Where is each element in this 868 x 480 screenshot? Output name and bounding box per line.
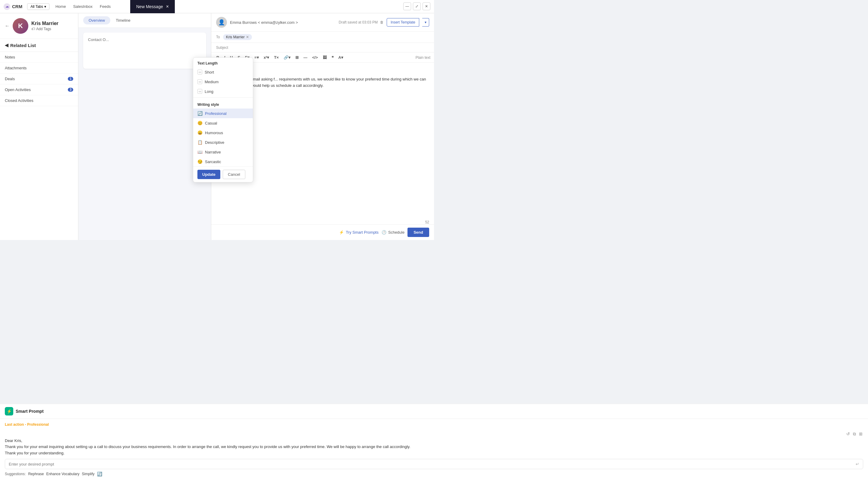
dropdown-item-medium[interactable]: ▭ Medium [193,77,253,87]
nav-home[interactable]: Home [54,4,67,9]
remove-recipient-icon[interactable]: ✕ [246,35,249,39]
clock-icon: 🕐 [381,230,386,235]
sidebar-item-closed-activities-label: Closed Activities [5,98,33,103]
sender-avatar: 👤 [216,17,227,28]
top-nav: ☁ CRM All Tabs ▾ Home SalesInbox Feeds N… [0,0,434,13]
schedule-button[interactable]: 🕐 Schedule [381,230,404,235]
minimize-button[interactable]: — [403,2,411,10]
tag-icon: 🏷 [31,27,35,31]
related-list-header: ◀ Related List [0,39,78,52]
all-tabs-button[interactable]: All Tabs ▾ [27,3,50,10]
dropdown-item-humorous[interactable]: 😄 Humorous [193,128,253,138]
plain-text-label: Plain text [415,56,430,60]
crm-logo: ☁ CRM [4,3,22,10]
list-button[interactable]: ≡▾ [253,54,260,61]
sidebar-item-closed-activities[interactable]: Closed Activities [0,95,78,106]
table-button[interactable]: ⊞ [294,54,300,61]
text-color-button[interactable]: A▾ [337,54,345,61]
back-button[interactable]: ← [5,23,10,29]
contact-info-text: Contact O... [88,37,109,42]
sidebar-item-attachments[interactable]: Attachments [0,63,78,73]
smart-prompts-icon: ⚡ [339,230,344,235]
center-content: Overview Timeline Contact O... [79,13,211,240]
update-button[interactable]: Update [197,170,220,179]
insert-template-button[interactable]: Insert Template [387,18,419,27]
long-label: Long [205,89,213,94]
maximize-button[interactable]: ⤢ [413,2,421,10]
contact-name: Kris Marrier [31,21,59,26]
writing-style-section-title: Writing style [193,99,253,109]
medium-icon: ▭ [197,79,202,84]
divider-button[interactable]: — [302,54,309,61]
try-smart-prompts-label: Try Smart Prompts [346,230,378,235]
sidebar-item-open-activities-label: Open Activities [5,87,31,92]
compose-header: 👤 Emma Burrows < emma@zylker.com > Draft… [211,13,434,32]
compose-subject: Subject [211,43,434,53]
chevron-down-icon: ▾ [44,4,46,9]
add-tags-label: Add Tags [36,27,51,31]
text-length-section-title: Text Length [193,58,253,67]
try-smart-prompts-button[interactable]: ⚡ Try Smart Prompts [339,230,378,235]
related-list-icon: ◀ [5,42,8,48]
nav-salesinbox[interactable]: SalesInbox [72,4,94,9]
contact-tabs: Overview Timeline [79,13,211,28]
delete-draft-icon[interactable]: 🗑 [380,20,384,24]
casual-icon: 😊 [197,121,203,125]
compose-to: To Kris Marrier ✕ [211,32,434,43]
sidebar-item-deals[interactable]: Deals 1 [0,73,78,84]
dropdown-item-narrative[interactable]: 📖 Narrative [193,147,253,157]
insert-template-dropdown-button[interactable]: ▾ [422,18,429,27]
dropdown-item-professional[interactable]: 🔄 Professional [193,109,253,118]
all-tabs-label: All Tabs [30,4,43,9]
sidebar-item-notes-label: Notes [5,55,15,59]
related-list-title: Related List [10,43,36,48]
compose-footer: ⚡ Try Smart Prompts 🕐 Schedule Send [211,224,434,240]
sender-avatar-placeholder: 👤 [218,19,225,26]
sender-info: Emma Burrows < emma@zylker.com > [230,20,336,25]
long-icon: ▭ [197,89,202,94]
tab-timeline[interactable]: Timeline [110,16,136,24]
link-button[interactable]: 🔗▾ [282,54,292,61]
subject-input[interactable] [230,45,429,50]
deals-badge: 1 [68,77,73,81]
close-window-button[interactable]: ✕ [423,2,430,10]
dropdown-item-sarcastic[interactable]: 😏 Sarcastic [193,157,253,167]
casual-label: Casual [205,121,217,125]
draft-status-text: Draft saved at 03:03 PM [339,20,378,24]
dropdown-item-short[interactable]: ▭ Short [193,67,253,77]
contact-info: Kris Marrier 🏷 Add Tags [31,21,59,31]
contact-header: ← K Kris Marrier 🏷 Add Tags [0,13,78,39]
nav-feeds[interactable]: Feeds [98,4,112,9]
char-count: 52 [211,220,434,224]
narrative-icon: 📖 [197,150,203,154]
code-button[interactable]: </> [311,54,319,61]
cancel-button[interactable]: Cancel [223,170,245,179]
dropdown-item-casual[interactable]: 😊 Casual [193,118,253,128]
humorous-icon: 😄 [197,130,203,135]
crm-logo-text: CRM [12,4,22,9]
narrative-label: Narrative [205,150,221,154]
close-tab-button[interactable]: × [166,4,169,9]
sidebar-item-deals-label: Deals [5,77,15,81]
short-label: Short [205,70,214,74]
dropdown-footer: Update Cancel [193,167,253,182]
sidebar-item-open-activities[interactable]: Open Activities 3 [0,84,78,95]
superscript-button[interactable]: x²▾ [262,54,271,61]
add-tags[interactable]: 🏷 Add Tags [31,27,59,31]
professional-label: Professional [205,111,227,116]
image-button[interactable]: 🖼 [321,54,328,61]
crm-logo-icon: ☁ [4,3,10,10]
short-icon: ▭ [197,70,202,74]
window-controls: — ⤢ ✕ [403,2,430,10]
quote-button[interactable]: ❝ [330,54,335,61]
dropdown-item-descriptive[interactable]: 📋 Descriptive [193,138,253,147]
dropdown-item-long[interactable]: ▭ Long [193,87,253,96]
clear-format-button[interactable]: T× [273,54,280,61]
send-button[interactable]: Send [407,228,429,237]
tab-overview[interactable]: Overview [83,16,110,24]
to-label: To [216,35,220,39]
draft-status: Draft saved at 03:03 PM 🗑 [339,20,384,24]
new-message-label: New Message [136,4,163,9]
text-length-dropdown: Text Length ▭ Short ▭ Medium ▭ Long Writ… [193,57,253,182]
sidebar-item-notes[interactable]: Notes [0,52,78,63]
